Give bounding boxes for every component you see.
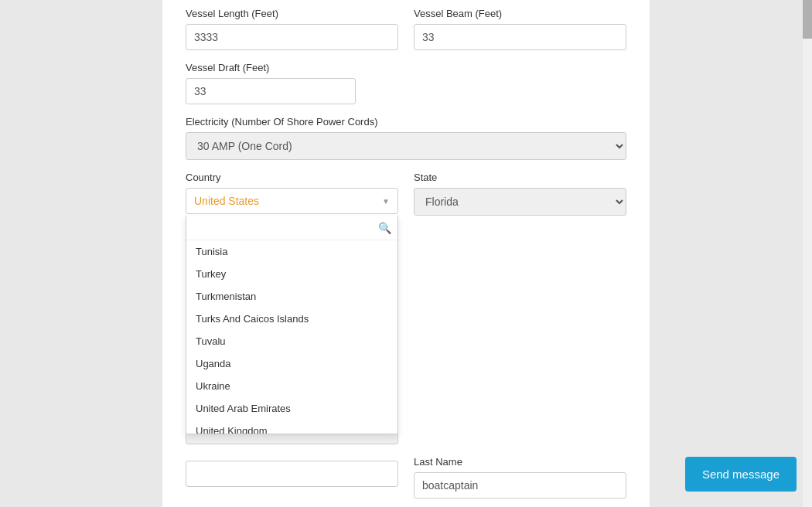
last-name-input[interactable] (414, 472, 626, 498)
country-label: Country (186, 172, 398, 183)
left-panel (0, 0, 162, 507)
country-group: Country United States ▼ 🔍 (186, 172, 398, 216)
dropdown-search-input[interactable] (193, 219, 378, 236)
name-row: Last Name (186, 456, 626, 498)
vessel-length-beam-row: Vessel Length (Feet) Vessel Beam (Feet) (186, 8, 626, 50)
search-icon: 🔍 (378, 222, 391, 234)
electricity-label: Electricity (Number Of Shore Power Cords… (186, 116, 626, 128)
country-state-section: Country United States ▼ 🔍 (186, 172, 626, 444)
vessel-length-group: Vessel Length (Feet) (186, 8, 398, 50)
vessel-beam-input[interactable] (414, 24, 626, 50)
last-name-label: Last Name (414, 456, 626, 468)
vessel-draft-input[interactable] (186, 78, 356, 104)
country-dropdown-arrow: ▼ (382, 197, 390, 206)
vessel-draft-label: Vessel Draft (Feet) (186, 62, 626, 73)
last-name-group: Last Name (414, 456, 626, 498)
vessel-beam-label: Vessel Beam (Feet) (414, 8, 626, 19)
dropdown-item-uk[interactable]: United Kingdom (186, 420, 397, 434)
dropdown-item-turkmenistan[interactable]: Turkmenistan (186, 285, 397, 308)
country-dropdown: 🔍 Tunisia Turkey Turkmenistan Turks And … (186, 216, 398, 434)
dropdown-search-row: 🔍 (186, 216, 397, 240)
dropdown-item-tunisia[interactable]: Tunisia (186, 240, 397, 263)
vessel-length-input[interactable] (186, 24, 398, 50)
dropdown-item-turkey[interactable]: Turkey (186, 263, 397, 285)
vessel-beam-group: Vessel Beam (Feet) (414, 8, 626, 50)
state-select[interactable]: Florida (414, 188, 626, 216)
main-content: Vessel Length (Feet) Vessel Beam (Feet) … (162, 0, 650, 507)
vessel-draft-group: Vessel Draft (Feet) (186, 62, 626, 104)
dropdown-item-tuvalu[interactable]: Tuvalu (186, 330, 397, 352)
first-name-group (186, 456, 398, 498)
electricity-select[interactable]: 30 AMP (One Cord) (186, 132, 626, 160)
dropdown-item-uae[interactable]: United Arab Emirates (186, 397, 397, 420)
country-selected-value: United States (194, 195, 259, 207)
dropdown-item-ukraine[interactable]: Ukraine (186, 375, 397, 397)
first-name-input[interactable] (186, 461, 398, 487)
dropdown-item-uganda[interactable]: Uganda (186, 352, 397, 375)
state-label: State (414, 172, 626, 183)
country-state-row: Country United States ▼ 🔍 (186, 172, 626, 216)
right-panel: Send message (650, 0, 812, 507)
scrollbar-thumb[interactable] (803, 0, 812, 39)
scrollbar-track[interactable] (803, 0, 812, 507)
zip-group (414, 417, 626, 444)
vessel-length-label: Vessel Length (Feet) (186, 8, 398, 19)
dropdown-item-turks[interactable]: Turks And Caicos Islands (186, 308, 397, 330)
vessel-draft-row: Vessel Draft (Feet) (186, 62, 626, 104)
dropdown-list: Tunisia Turkey Turkmenistan Turks And Ca… (186, 240, 397, 434)
state-group: State Florida (414, 172, 626, 216)
send-message-button[interactable]: Send message (685, 457, 797, 492)
country-select-button[interactable]: United States ▼ (186, 188, 398, 214)
form-section: Vessel Length (Feet) Vessel Beam (Feet) … (186, 0, 626, 507)
electricity-group: Electricity (Number Of Shore Power Cords… (186, 116, 626, 160)
